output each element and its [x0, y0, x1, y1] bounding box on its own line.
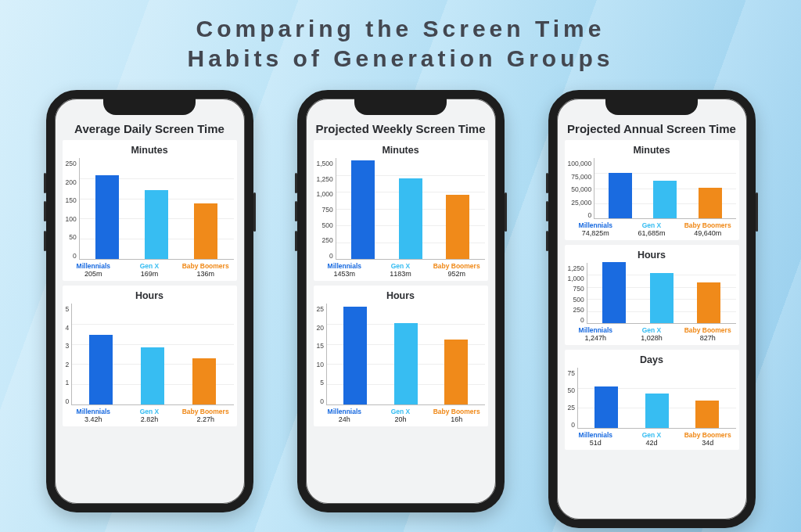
y-tick: 0 [66, 397, 70, 405]
category-name: Baby Boomers [429, 408, 485, 415]
x-label: Baby Boomers16h [429, 408, 485, 423]
bar-area [594, 158, 735, 219]
phone-row: Average Daily Screen TimeMinutes25020015… [0, 90, 801, 528]
x-label: Millennials3.42h [66, 408, 122, 423]
chart-list: Minutes1,5001,2501,0007505002500Millenni… [314, 140, 488, 496]
category-name: Millennials [66, 408, 122, 415]
x-labels: Millennials1,247hGen X1,028hBaby Boomers… [568, 326, 736, 342]
y-tick: 200 [66, 178, 77, 186]
x-label: Baby Boomers49,640m [680, 221, 736, 237]
y-tick: 50 [568, 386, 575, 394]
x-label: Baby Boomers952m [429, 262, 485, 278]
y-tick: 0 [580, 316, 584, 324]
x-label: Millennials1453m [317, 262, 373, 278]
category-value: 136m [178, 270, 234, 278]
y-axis: 7550250 [568, 368, 577, 429]
bar [594, 386, 618, 428]
x-label: Millennials205m [66, 262, 122, 278]
x-label: Baby Boomers827h [680, 326, 736, 342]
x-label: Gen X20h [372, 408, 429, 423]
y-tick: 100,000 [568, 160, 592, 167]
category-name: Millennials [568, 326, 624, 334]
x-label: Gen X2.82h [121, 408, 178, 423]
y-tick: 25 [317, 305, 324, 313]
bar-area [326, 304, 485, 405]
y-tick: 1,250 [568, 264, 584, 272]
category-value: 16h [429, 415, 485, 423]
x-labels: Millennials1453mGen X1183mBaby Boomers95… [317, 262, 485, 278]
bar [699, 188, 722, 218]
y-axis: 100,00075,00050,00025,0000 [568, 158, 594, 219]
y-tick: 1,250 [317, 175, 333, 183]
y-tick: 250 [573, 306, 584, 314]
chart-title: Hours [66, 290, 234, 301]
bar [89, 335, 113, 404]
chart-card: Days7550250Millennials51dGen X42dBaby Bo… [565, 350, 739, 450]
category-name: Gen X [372, 262, 429, 270]
chart-title: Minutes [317, 145, 485, 156]
y-axis: 543210 [66, 304, 72, 405]
category-value: 3.42h [66, 415, 122, 423]
bar [446, 195, 469, 260]
category-name: Gen X [372, 408, 429, 415]
y-tick: 5 [320, 379, 324, 386]
y-tick: 50 [69, 233, 76, 241]
bar-area [71, 304, 233, 405]
category-value: 827h [680, 334, 736, 342]
x-label: Millennials74,825m [568, 221, 624, 237]
chart-card: Minutes100,00075,00050,00025,0000Millenn… [565, 140, 739, 240]
category-value: 205m [66, 270, 122, 278]
phone-screen: Projected Weekly Screen TimeMinutes1,500… [306, 99, 496, 504]
x-labels: Millennials24hGen X20hBaby Boomers16h [317, 408, 485, 423]
category-name: Millennials [568, 221, 624, 229]
bar [602, 262, 626, 323]
category-value: 51d [568, 439, 624, 447]
y-tick: 25 [568, 404, 575, 412]
chart-plot: 1,2501,0007505002500 [568, 263, 736, 324]
category-name: Baby Boomers [680, 221, 736, 229]
x-label: Millennials24h [317, 408, 373, 423]
chart-plot: 250200150100500 [66, 158, 234, 260]
y-tick: 250 [322, 236, 333, 244]
category-value: 1,247h [568, 334, 624, 342]
bar [192, 358, 216, 404]
bar [645, 394, 669, 428]
y-tick: 3 [66, 342, 70, 350]
y-tick: 500 [322, 221, 333, 229]
y-tick: 4 [66, 324, 70, 332]
chart-card: Minutes250200150100500Millennials205mGen… [63, 140, 237, 281]
chart-card: Hours1,2501,0007505002500Millennials1,24… [565, 245, 739, 345]
x-label: Baby Boomers2.27h [178, 408, 234, 423]
phone-screen: Average Daily Screen TimeMinutes25020015… [55, 99, 245, 504]
category-name: Millennials [568, 431, 624, 439]
y-tick: 0 [588, 211, 592, 219]
bar [399, 178, 422, 259]
chart-title: Minutes [568, 145, 736, 156]
x-labels: Millennials74,825mGen X61,685mBaby Boome… [568, 221, 736, 237]
category-value: 49,640m [680, 229, 736, 237]
chart-title: Hours [317, 290, 485, 301]
chart-title: Hours [568, 250, 736, 261]
category-name: Baby Boomers [178, 408, 234, 415]
x-label: Gen X169m [121, 262, 178, 278]
chart-plot: 1,5001,2501,0007505002500 [317, 158, 485, 260]
chart-plot: 543210 [66, 304, 234, 405]
bar-area [587, 263, 736, 324]
title-line-1: Comparing the Screen Time [196, 16, 605, 41]
bar [695, 401, 719, 428]
category-name: Gen X [121, 262, 178, 270]
y-tick: 750 [573, 285, 584, 293]
y-tick: 0 [571, 421, 575, 429]
y-tick: 75 [568, 369, 575, 377]
category-value: 74,825m [568, 229, 624, 237]
y-tick: 250 [66, 160, 77, 167]
bar [343, 307, 367, 404]
chart-card: Minutes1,5001,2501,0007505002500Millenni… [314, 140, 488, 281]
category-name: Baby Boomers [680, 431, 736, 439]
chart-plot: 7550250 [568, 368, 736, 429]
phone-frame: Projected Annual Screen TimeMinutes100,0… [548, 90, 756, 528]
y-tick: 1,500 [317, 160, 333, 167]
category-name: Baby Boomers [178, 262, 234, 270]
x-label: Baby Boomers34d [680, 431, 736, 447]
bar-area [336, 158, 485, 260]
